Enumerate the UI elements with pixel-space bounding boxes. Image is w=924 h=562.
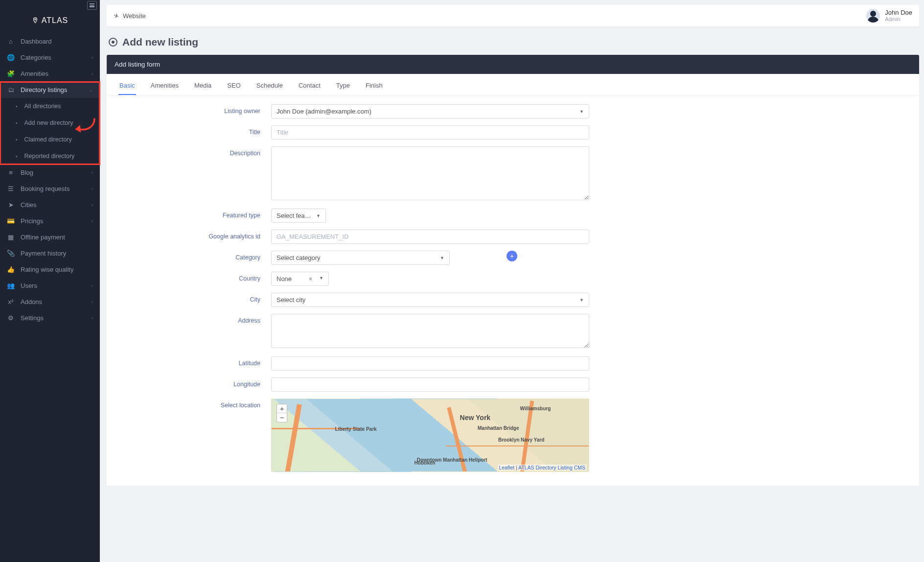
x2-icon: x² (7, 298, 15, 305)
chevron-icon: › (92, 55, 93, 60)
label-address: Address (118, 314, 260, 324)
user-name: John Doe (885, 9, 912, 16)
ga-id-input[interactable] (271, 230, 589, 244)
sidebar-item-label: Pricings (21, 217, 43, 225)
tab-amenities[interactable]: Amenities (150, 80, 180, 95)
chevron-icon: › (92, 170, 93, 175)
featured-type-select[interactable]: Select featured ty…▼ (271, 209, 326, 223)
clear-icon[interactable]: × (309, 276, 312, 282)
sidebar-item-label: Cities (21, 201, 37, 209)
map-label: Brooklyn Navy Yard (498, 437, 544, 443)
chevron-down-icon: ▼ (579, 109, 584, 114)
map-label: Downtown Manhattan Heliport (417, 457, 487, 463)
add-category-button[interactable]: + (507, 251, 517, 261)
zoom-in-button[interactable]: + (277, 404, 287, 413)
sidebar: ATLAS ⌂Dashboard🌐Categories›🧩Amenities›🗂… (0, 0, 100, 562)
map-label: Liberty State Park (335, 426, 377, 432)
sidebar-item-offline[interactable]: ▦Offline payment (0, 229, 100, 245)
topbar: ✈ Website John Doe Admin (107, 5, 919, 26)
country-select[interactable]: None ×▼ (271, 272, 329, 286)
map[interactable]: + − New York Williamsburg Manhattan Brid… (271, 398, 589, 472)
tab-contact[interactable]: Contact (298, 80, 322, 95)
thumb-icon: 👍 (7, 266, 15, 273)
listing-owner-select[interactable]: John Doe (admin@example.com)▼ (271, 104, 589, 118)
sidebar-item-categories[interactable]: 🌐Categories› (0, 49, 100, 66)
title-input[interactable] (271, 125, 589, 140)
website-link[interactable]: Website (123, 12, 146, 20)
sidebar-subitem-reported[interactable]: Reported directory (0, 148, 100, 164)
circle-target-icon (109, 38, 117, 47)
brand[interactable]: ATLAS (0, 11, 100, 30)
sidebar-item-label: Categories (21, 54, 51, 61)
chevron-icon: › (92, 283, 93, 288)
sidebar-item-booking[interactable]: ☰Booking requests› (0, 181, 100, 197)
pin-icon (32, 17, 39, 24)
label-ga-id: Google analytics id (118, 230, 260, 240)
sidebar-subitem-add[interactable]: Add new directory (0, 115, 100, 131)
sidebar-item-addons[interactable]: x²Addons› (0, 294, 100, 310)
sidebar-item-label: Settings (21, 314, 44, 322)
chevron-icon: › (92, 71, 93, 76)
sidebar-item-label: Users (21, 282, 37, 289)
tab-basic[interactable]: Basic (118, 80, 136, 95)
label-featured-type: Featured type (118, 209, 260, 219)
sidebar-item-settings[interactable]: ⚙Settings› (0, 310, 100, 326)
brand-label: ATLAS (42, 16, 69, 25)
tab-seo[interactable]: SEO (226, 80, 241, 95)
sidebar-subitem-claimed[interactable]: Claimed directory (0, 131, 100, 148)
chevron-icon: › (92, 218, 93, 224)
home-icon: ⌂ (7, 38, 15, 45)
tab-schedule[interactable]: Schedule (255, 80, 284, 95)
sidebar-item-label: Directory listings (21, 86, 67, 94)
tab-media[interactable]: Media (193, 80, 212, 95)
sidebar-subitem-all[interactable]: All directories (0, 98, 100, 115)
svg-point-0 (35, 19, 36, 20)
label-description: Description (118, 146, 260, 157)
longitude-input[interactable] (271, 377, 589, 392)
address-textarea[interactable] (271, 314, 589, 348)
sidebar-item-users[interactable]: 👥Users› (0, 278, 100, 294)
tab-finish[interactable]: Finish (365, 80, 384, 95)
label-select-location: Select location (118, 398, 260, 409)
sidebar-item-dashboard[interactable]: ⌂Dashboard (0, 33, 100, 49)
nav-icon: ➤ (7, 201, 15, 209)
sidebar-item-label: Offline payment (21, 234, 65, 241)
avatar (866, 9, 880, 23)
sidebar-item-label: Dashboard (21, 38, 52, 45)
map-label: Williamsburg (520, 406, 551, 411)
atlas-link[interactable]: ATLAS Directory Listing CMS (518, 465, 585, 470)
sidebar-item-amenities[interactable]: 🧩Amenities› (0, 66, 100, 82)
sidebar-toggle[interactable] (87, 1, 97, 10)
zoom-out-button[interactable]: − (277, 413, 287, 422)
city-select[interactable]: Select city▼ (271, 293, 589, 307)
chevron-icon: ⌄ (89, 87, 93, 93)
sidebar-item-label: Reported directory (24, 153, 75, 160)
user-menu[interactable]: John Doe Admin (866, 9, 912, 23)
sidebar-item-rating[interactable]: 👍Rating wise quality (0, 261, 100, 278)
sidebar-item-directory[interactable]: 🗂Directory listings⌄ (0, 82, 100, 98)
leaflet-link[interactable]: Leaflet (499, 465, 515, 470)
chevron-down-icon: ▼ (440, 256, 444, 260)
lines-icon: ≡ (7, 169, 15, 176)
description-textarea[interactable] (271, 146, 589, 200)
clip-icon: 📎 (7, 250, 15, 257)
chevron-icon: › (92, 315, 93, 321)
sidebar-item-cities[interactable]: ➤Cities› (0, 197, 100, 213)
latitude-input[interactable] (271, 356, 589, 371)
box-icon: ▦ (7, 234, 15, 241)
plane-icon: ✈ (113, 11, 120, 20)
sidebar-item-blog[interactable]: ≡Blog› (0, 164, 100, 181)
chevron-icon: › (92, 186, 93, 191)
tab-type[interactable]: Type (335, 80, 351, 95)
label-latitude: Latitude (118, 356, 260, 367)
sidebar-item-label: Rating wise quality (21, 266, 73, 273)
sidebar-item-pricings[interactable]: 💳Pricings› (0, 213, 100, 229)
category-select[interactable]: Select category▼ (271, 251, 450, 265)
tabs: BasicAmenitiesMediaSEOScheduleContactTyp… (107, 74, 919, 95)
chevron-down-icon: ▼ (316, 213, 321, 218)
sidebar-item-label: All directories (24, 103, 61, 110)
people-icon: 👥 (7, 282, 15, 289)
menu-icon (90, 3, 94, 7)
sidebar-item-payment[interactable]: 📎Payment history (0, 245, 100, 261)
sidebar-item-label: Addons (21, 298, 42, 305)
